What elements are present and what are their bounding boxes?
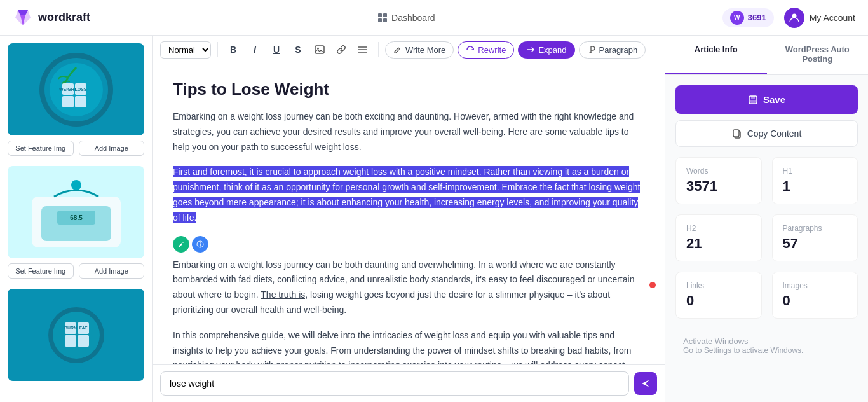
strikethrough-button[interactable]: S	[289, 41, 307, 59]
toolbar-divider-2	[378, 42, 379, 57]
article-stats-grid: Words 3571 H1 1 H2 21 Paragraphs 57 Link…	[675, 157, 858, 319]
account-button[interactable]: My Account	[784, 8, 855, 28]
editor-area: Normal B I U S	[153, 36, 665, 402]
weight-scale-image: 68.5	[19, 171, 133, 254]
save-icon	[748, 95, 758, 105]
paragraph-button[interactable]: Paragraph	[579, 41, 646, 59]
para1-end: successful weight loss.	[268, 142, 361, 152]
selection-toolbar	[173, 236, 644, 253]
write-more-button[interactable]: Write More	[385, 41, 454, 59]
right-sidebar: Article Info WordPress Auto Posting Save…	[665, 36, 868, 402]
para1-link: on your path to	[209, 142, 268, 152]
svg-point-43	[200, 242, 200, 242]
rewrite-icon	[466, 45, 475, 54]
expand-button[interactable]: Expand	[518, 41, 574, 59]
image-insert-button[interactable]	[311, 41, 329, 59]
words-value: 3571	[686, 178, 751, 195]
svg-rect-13	[62, 96, 74, 107]
h1-value: 1	[783, 178, 848, 195]
image-card-3: BURN FAT	[8, 289, 144, 381]
editor-content[interactable]: Tips to Lose Weight Embarking on a weigh…	[153, 64, 665, 364]
add-image-2-button[interactable]: Add Image	[79, 263, 145, 279]
svg-rect-48	[733, 130, 739, 137]
h1-label: H1	[783, 167, 848, 176]
svg-rect-14	[75, 96, 86, 107]
credits-badge: W 3691	[722, 8, 774, 27]
stat-images: Images 0	[772, 272, 858, 319]
style-select[interactable]: Normal	[160, 41, 211, 59]
paragraph-icon	[587, 45, 596, 54]
bottom-input-area	[153, 364, 665, 402]
set-feature-img-2-button[interactable]: Set Feature Img	[8, 263, 74, 279]
image-placeholder-3: BURN FAT	[8, 289, 144, 381]
wordkraft-logo-icon	[13, 8, 33, 28]
selection-tool-info[interactable]	[192, 236, 208, 253]
svg-rect-4	[383, 13, 387, 17]
svg-text:BURN: BURN	[64, 326, 76, 330]
right-sidebar-body: Save Copy Content Words 3571 H1 1	[665, 75, 868, 373]
save-label: Save	[763, 94, 785, 105]
link-button[interactable]	[332, 41, 350, 59]
bold-button[interactable]: B	[224, 41, 242, 59]
logo: wordkraft	[13, 8, 90, 28]
rewrite-button[interactable]: Rewrite	[458, 41, 514, 59]
stat-links: Links 0	[675, 272, 762, 319]
words-label: Words	[686, 167, 751, 176]
account-label: My Account	[810, 13, 855, 23]
svg-point-37	[358, 46, 360, 48]
credits-value: 3691	[748, 13, 766, 22]
paragraphs-label: Paragraphs	[783, 224, 848, 233]
write-more-label: Write More	[405, 45, 445, 55]
set-feature-img-1-button[interactable]: Set Feature Img	[8, 141, 74, 156]
left-sidebar: WEIGHT LOSS Set Feature Img Add Image	[0, 36, 153, 402]
write-more-icon	[393, 45, 402, 54]
stat-paragraphs: Paragraphs 57	[772, 214, 858, 261]
links-label: Links	[686, 281, 751, 290]
tab-article-info[interactable]: Article Info	[665, 36, 767, 74]
paragraph-1: Embarking on a weight loss journey can b…	[173, 109, 644, 155]
info-icon	[196, 240, 204, 248]
toolbar-divider-1	[217, 42, 218, 57]
para3-link: The truth is,	[261, 289, 308, 300]
dashboard-label: Dashboard	[391, 13, 435, 23]
svg-rect-6	[383, 18, 387, 22]
app-name: wordkraft	[38, 11, 90, 24]
tab-wordpress[interactable]: WordPress Auto Posting	[767, 36, 869, 74]
main-layout: WEIGHT LOSS Set Feature Img Add Image	[0, 36, 868, 402]
account-icon	[789, 12, 800, 24]
account-avatar	[784, 8, 804, 28]
svg-rect-46	[750, 100, 756, 103]
copy-content-button[interactable]: Copy Content	[675, 120, 858, 147]
activate-sub: Go to Settings to activate Windows.	[683, 346, 850, 355]
svg-rect-5	[378, 18, 382, 22]
article-title[interactable]: Tips to Lose Weight	[173, 80, 644, 99]
svg-rect-3	[378, 13, 382, 17]
save-button[interactable]: Save	[675, 85, 858, 114]
dashboard-icon	[377, 13, 388, 23]
burn-fat-image: BURN FAT	[19, 303, 133, 367]
paragraph-4: In this comprehensive guide, we will del…	[173, 328, 644, 364]
stat-h1: H1 1	[772, 157, 858, 204]
activate-title: Activate Windows	[683, 336, 850, 346]
send-button[interactable]	[634, 372, 657, 395]
image-placeholder-2: 68.5	[8, 166, 144, 258]
underline-button[interactable]: U	[268, 41, 285, 59]
italic-button[interactable]: I	[246, 41, 264, 59]
svg-rect-32	[315, 46, 324, 53]
list-button[interactable]	[354, 41, 372, 59]
image-card-2: 68.5 Set Feature Img Add Image	[8, 166, 144, 279]
image-icon	[315, 45, 325, 55]
edit-icon	[177, 240, 185, 248]
dashboard-button[interactable]: Dashboard	[377, 13, 435, 23]
add-image-1-button[interactable]: Add Image	[79, 141, 145, 156]
image-2-actions: Set Feature Img Add Image	[8, 263, 144, 279]
selection-tool-edit[interactable]	[173, 236, 189, 253]
keyword-input[interactable]	[160, 371, 629, 396]
svg-rect-29	[78, 335, 89, 347]
images-label: Images	[783, 281, 848, 290]
copy-icon	[732, 128, 742, 139]
image-card-1: WEIGHT LOSS Set Feature Img Add Image	[8, 43, 144, 156]
paragraphs-value: 57	[783, 235, 848, 252]
svg-point-23	[71, 180, 81, 190]
h2-label: H2	[686, 224, 751, 233]
